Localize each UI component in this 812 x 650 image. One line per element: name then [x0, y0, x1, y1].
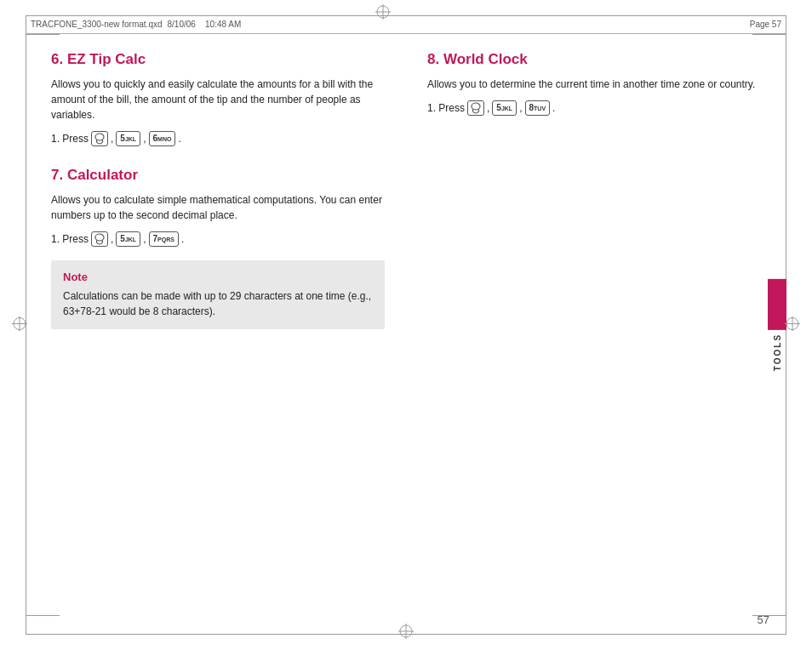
- page-number: 57: [758, 613, 769, 626]
- world-clock-body: Allows you to determine the current time…: [427, 77, 761, 92]
- calculator-title: 7. Calculator: [51, 167, 385, 184]
- calculator-body: Allows you to calculate simple mathemati…: [51, 192, 385, 223]
- key-7-calc: 7 PQRS: [149, 231, 179, 247]
- menu-icon-ez: [91, 131, 108, 146]
- page-header: TRACFONE_3300-new format.qxd 8/10/06 10:…: [26, 15, 786, 34]
- menu-icon-wc: [467, 100, 484, 116]
- key-5-wc: 5 JKL: [492, 100, 517, 116]
- corner-mark-tl: [26, 34, 60, 35]
- tools-sidebar: TOOLS: [768, 279, 786, 371]
- note-body: Calculations can be made with up to 29 c…: [63, 288, 373, 319]
- tools-label: TOOLS: [773, 334, 782, 371]
- ez-tip-step1: 1. Press , 5 JKL , 6 MNO .: [51, 131, 385, 146]
- note-box: Note Calculations can be made with up to…: [51, 260, 385, 329]
- main-content: 6. EZ Tip Calc Allows you to quickly and…: [51, 51, 761, 599]
- corner-mark-tr: [752, 34, 786, 35]
- corner-mark-bl: [26, 615, 60, 616]
- key-5-calc: 5 JKL: [116, 231, 140, 247]
- right-column: 8. World Clock Allows you to determine t…: [410, 51, 761, 599]
- world-clock-title: 8. World Clock: [427, 51, 761, 68]
- reg-mark-left: [12, 316, 27, 334]
- section-ez-tip: 6. EZ Tip Calc Allows you to quickly and…: [51, 51, 385, 146]
- section-calculator: 7. Calculator Allows you to calculate si…: [51, 167, 385, 329]
- reg-mark-bottom: [398, 624, 414, 641]
- key-5-ez: 5 JKL: [116, 131, 140, 146]
- ez-tip-body: Allows you to quickly and easily calcula…: [51, 77, 385, 123]
- key-8-wc: 8 TUV: [525, 100, 551, 116]
- menu-icon-calc: [91, 231, 108, 247]
- tools-bar-highlight: [768, 279, 786, 330]
- header-date: 8/10/06 10:48 AM: [168, 20, 242, 29]
- key-6-ez: 6 MNO: [149, 131, 176, 146]
- section-world-clock: 8. World Clock Allows you to determine t…: [427, 51, 761, 116]
- reg-mark-right: [785, 316, 800, 334]
- reg-mark-top-left: [375, 4, 391, 20]
- header-page: Page 57: [750, 20, 781, 29]
- calculator-step1: 1. Press , 5 JKL , 7 PQRS .: [51, 231, 385, 247]
- left-column: 6. EZ Tip Calc Allows you to quickly and…: [51, 51, 410, 599]
- note-title: Note: [63, 271, 373, 283]
- header-filename: TRACFONE_3300-new format.qxd: [31, 20, 163, 29]
- ez-tip-title: 6. EZ Tip Calc: [51, 51, 385, 68]
- world-clock-step1: 1. Press , 5 JKL , 8 TUV .: [427, 100, 761, 116]
